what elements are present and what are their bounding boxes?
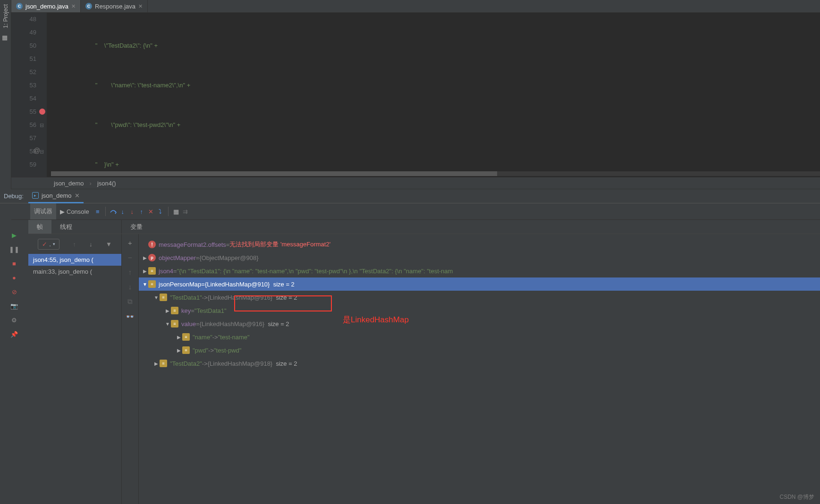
variable-row[interactable]: ▼ ≡ value = {LinkedHashMap@916} size = 2 <box>139 317 820 330</box>
code-text: " \"pwd\": \"test-pwd2\"\n" + <box>95 121 181 128</box>
frames-tab[interactable]: 帧 <box>28 220 51 234</box>
expand-icon[interactable]: ▶ <box>176 348 182 353</box>
console-tab[interactable]: ▶Console <box>56 203 93 219</box>
pin-button[interactable]: 📌 <box>9 329 19 339</box>
tab-json-demo[interactable]: C json_demo.java ✕ <box>11 0 81 12</box>
stack-frame[interactable]: main:33, json_demo ( <box>28 266 121 277</box>
field-icon: ≡ <box>160 360 167 367</box>
field-icon: ≡ <box>148 280 156 288</box>
filter-button[interactable]: ▼ <box>106 241 112 248</box>
java-class-icon: C <box>16 3 23 9</box>
variable-row[interactable]: ▶ ≡ "TestData2" -> {LinkedHashMap@918} s… <box>139 357 820 370</box>
variable-row[interactable]: ▼ ≡ jsonPersonMap = {LinkedHashMap@910} … <box>139 277 820 291</box>
duplicate-button[interactable]: ⧉ <box>127 297 133 306</box>
line-number: 51 <box>11 52 36 66</box>
expand-icon[interactable]: ▶ <box>164 308 171 313</box>
variable-value: "test-pwd" <box>214 347 241 354</box>
tab-response[interactable]: C Response.java ✕ <box>81 0 148 12</box>
code-area[interactable]: " \"TestData2\": {\n" + " \"name\": \"te… <box>47 13 820 177</box>
threads-icon[interactable]: ≡ <box>93 207 102 216</box>
variable-row[interactable]: ! messageFormat2.offsets = 无法找到局部变量 'mes… <box>139 238 820 251</box>
project-tool-button[interactable]: 1: Project <box>2 2 9 30</box>
variable-value: {LinkedHashMap@910} <box>205 281 270 288</box>
close-icon[interactable]: ✕ <box>71 3 76 9</box>
breakpoint-icon[interactable] <box>39 109 45 115</box>
code-text: " \"name\": \"test-name2\",\n" + <box>95 82 190 89</box>
remove-watch-button[interactable]: − <box>128 253 132 261</box>
variable-value: {LinkedHashMap@918} <box>208 360 273 367</box>
close-icon[interactable]: ✕ <box>75 192 80 199</box>
line-number: 53 <box>11 79 36 92</box>
breadcrumb-item[interactable]: json_demo <box>54 180 84 187</box>
variable-row[interactable]: ▶ ≡ "name" -> "test-name" <box>139 330 820 344</box>
line-number: 58 <box>11 145 36 158</box>
drop-frame-button[interactable]: ✕ <box>146 207 156 216</box>
debug-session-tab[interactable]: ▸ json_demo ✕ <box>28 189 84 203</box>
variables-panel[interactable]: ! messageFormat2.offsets = 无法找到局部变量 'mes… <box>139 234 820 504</box>
breadcrumb: json_demo › json4() <box>11 177 820 189</box>
variable-row[interactable]: ▶ ≡ key = "TestData1" <box>139 304 820 317</box>
mute-breakpoints-button[interactable]: ⊘ <box>9 286 19 297</box>
field-icon: ≡ <box>171 320 178 328</box>
move-down-button[interactable]: ↓ <box>128 283 132 291</box>
threads-tab[interactable]: 线程 <box>51 220 81 234</box>
line-number: 59 <box>11 158 36 171</box>
field-icon: ≡ <box>148 267 156 275</box>
debugger-tab[interactable]: 调试器 <box>30 203 56 219</box>
view-breakpoints-button[interactable]: ● <box>9 272 19 283</box>
fold-icon[interactable]: ⊟ <box>40 149 44 155</box>
field-icon: ≡ <box>171 307 178 314</box>
run-config-icon: ▸ <box>32 192 39 199</box>
expand-icon[interactable]: ▶ <box>142 269 148 274</box>
variable-name: jsonPersonMap <box>159 281 201 288</box>
variable-row[interactable]: ▼ ≡ "TestData1" -> {LinkedHashMap@916} s… <box>139 291 820 304</box>
stop-button[interactable]: ■ <box>9 258 19 269</box>
show-watches-button[interactable]: 👓 <box>126 312 135 321</box>
watermark: CSDN @博梦 <box>779 493 814 501</box>
breadcrumb-item[interactable]: json4() <box>97 180 116 187</box>
step-into-button[interactable]: ↓ <box>118 207 127 216</box>
variable-name: json4 <box>159 268 173 275</box>
frame-filter-dropdown[interactable]: ✓.▾ <box>38 239 59 250</box>
force-step-into-button[interactable]: ↓ <box>127 207 137 216</box>
variable-row[interactable]: ▶ ≡ "pwd" -> "test-pwd" <box>139 344 820 357</box>
close-icon[interactable]: ✕ <box>138 3 143 9</box>
add-watch-button[interactable]: + <box>128 239 132 247</box>
prev-frame-button[interactable]: ↑ <box>73 241 76 248</box>
move-up-button[interactable]: ↑ <box>128 268 132 276</box>
run-to-cursor-button[interactable]: ⤵ <box>156 207 165 216</box>
frames-toolbar: ✓.▾ ↑ ↓ ▼ <box>28 234 121 254</box>
stack-frame[interactable]: json4:55, json_demo ( <box>28 254 121 266</box>
horizontal-scrollbar[interactable] <box>51 171 820 176</box>
variable-row[interactable]: ▶ p objectMapper = {ObjectMapper@908} <box>139 251 820 264</box>
variable-value: "test-name" <box>218 334 250 341</box>
line-number: 54 <box>11 92 36 105</box>
settings-button[interactable]: ⚙ <box>9 315 19 325</box>
collapse-icon[interactable]: ▼ <box>164 321 171 327</box>
collapse-icon[interactable]: ▼ <box>153 295 160 300</box>
expand-icon[interactable]: ▶ <box>153 361 160 366</box>
expand-icon[interactable]: ▶ <box>176 335 182 340</box>
evaluate-button[interactable]: ▦ <box>171 207 181 216</box>
expand-icon[interactable]: ▶ <box>142 255 148 260</box>
trace-button[interactable]: ⇉ <box>181 207 190 216</box>
scrollbar-thumb[interactable] <box>51 171 497 176</box>
fold-icon[interactable]: ⊟ <box>40 122 44 128</box>
pause-button[interactable]: ❚❚ <box>9 244 19 254</box>
variables-header: 变量 <box>122 220 820 234</box>
tab-label: Response.java <box>95 3 135 10</box>
variable-row[interactable]: ▶ ≡ json4 = "{\n "TestData1": {\n "name"… <box>139 264 820 277</box>
variable-value: {LinkedHashMap@916} <box>208 294 273 301</box>
camera-button[interactable]: 📷 <box>9 301 19 311</box>
step-over-button[interactable] <box>109 207 118 216</box>
variable-error: 无法找到局部变量 'messageFormat2' <box>229 240 330 249</box>
step-out-button[interactable]: ↑ <box>137 207 146 216</box>
variable-name: key <box>181 307 191 314</box>
collapse-icon[interactable]: ▼ <box>142 282 148 287</box>
next-frame-button[interactable]: ↓ <box>89 241 93 248</box>
editor-tabs: C json_demo.java ✕ C Response.java ✕ <box>11 0 820 13</box>
line-number: 52 <box>11 66 36 79</box>
debug-panels-header: 帧 线程 变量 <box>28 220 820 234</box>
code-editor[interactable]: 48 49 50 51 52 53 54 55 56 57 58 59 ⊟ ⊟ … <box>11 13 820 177</box>
resume-button[interactable]: ▶ <box>9 230 19 240</box>
